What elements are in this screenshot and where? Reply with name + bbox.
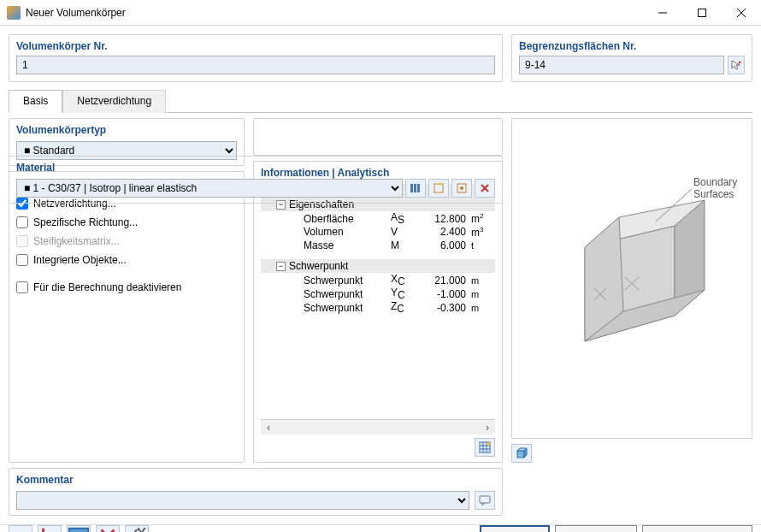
info-symbol: V — [391, 226, 420, 238]
boundary-surfaces-group: Begrenzungsflächen Nr. — [511, 34, 752, 82]
svg-rect-35 — [480, 496, 490, 503]
info-zc-row: SchwerpunktZC-0.300m — [261, 300, 495, 314]
delete-icon — [479, 182, 491, 194]
comment-icon — [479, 494, 491, 506]
info-label: Oberfläche — [304, 213, 391, 225]
info-volume-row: VolumenV2.400m3 — [261, 225, 495, 239]
info-extend-button[interactable] — [475, 438, 495, 457]
reset-icon — [97, 525, 119, 532]
preview-canvas[interactable]: Boundary Surfaces — [511, 118, 752, 439]
table-icon — [479, 441, 491, 453]
material-edit-button[interactable] — [451, 179, 472, 198]
info-xc-row: SchwerpunktXC21.000m — [261, 273, 495, 287]
boundary-surfaces-input[interactable] — [519, 56, 724, 74]
comment-select[interactable] — [16, 491, 469, 510]
cancel-button[interactable]: Abbrechen — [555, 525, 637, 532]
solid-type-title: Volumenkörpertyp — [16, 124, 237, 136]
option-specific-direction-label: Spezifische Richtung... — [33, 216, 138, 228]
tab-basis[interactable]: Basis — [9, 90, 62, 113]
info-value: 2.400 — [420, 226, 471, 238]
info-label: Schwerpunkt — [304, 275, 391, 287]
info-unit: m — [471, 289, 495, 299]
info-value: 21.000 — [420, 275, 471, 287]
svg-rect-29 — [417, 184, 420, 192]
tabs: Basis Netzverdichtung — [9, 89, 752, 113]
app-icon — [7, 6, 21, 20]
maximize-button[interactable] — [682, 0, 722, 26]
cube-icon — [516, 447, 528, 459]
solid-preview-icon: Boundary Surfaces — [512, 119, 752, 435]
minimize-button[interactable] — [643, 0, 682, 26]
close-button[interactable] — [722, 0, 761, 26]
scroll-right-icon[interactable]: › — [480, 422, 495, 434]
tab-mesh-refinement[interactable]: Netzverdichtung — [62, 90, 166, 113]
info-unit: m3 — [471, 226, 495, 239]
reset-button[interactable] — [96, 525, 120, 532]
solid-number-group: Volumenkörper Nr. — [9, 34, 503, 82]
info-symbol: ZC — [391, 300, 420, 315]
material-select[interactable]: ■ 1 - C30/37 | Isotrop | linear elastisc… — [16, 179, 403, 198]
option-specific-direction[interactable]: Spezifische Richtung... — [16, 213, 237, 232]
info-unit: m — [471, 303, 495, 313]
material-panel: Material ■ 1 - C30/37 | Isotrop | linear… — [9, 156, 503, 204]
svg-point-11 — [487, 442, 490, 446]
axes-icon — [38, 525, 61, 532]
material-delete-button[interactable] — [475, 179, 495, 198]
units-button[interactable]: 0,00 — [9, 525, 32, 532]
info-unit: m — [471, 275, 495, 286]
edit-icon — [456, 182, 468, 194]
pick-surfaces-button[interactable] — [728, 56, 745, 74]
bottombar: 0,00 ƒx OK Abbrechen Anwenden & weiter — [0, 524, 761, 532]
collapse-icon[interactable]: − — [276, 262, 286, 271]
window-title: Neuer Volumenkörper — [26, 7, 643, 19]
info-scrollbar[interactable]: ‹› — [261, 419, 495, 434]
cursor-icon — [731, 60, 741, 70]
svg-text:Surfaces: Surfaces — [693, 188, 734, 200]
info-symbol: M — [391, 239, 420, 251]
options-panel: Optionen Netzverdichtung... Spezifische … — [9, 171, 245, 463]
svg-rect-30 — [434, 184, 443, 192]
new-icon — [433, 182, 445, 194]
preview-panel: Boundary Surfaces — [511, 118, 752, 463]
option-disable-calculation[interactable]: Für die Berechnung deaktivieren — [16, 278, 237, 297]
material-new-button[interactable] — [428, 179, 449, 198]
axes-button[interactable] — [38, 525, 62, 532]
svg-rect-27 — [410, 184, 413, 192]
boundary-surfaces-label: Begrenzungsflächen Nr. — [519, 40, 745, 52]
option-stiffness-matrix: Steifigkeitsmatrix... — [16, 232, 237, 251]
info-surface-row: OberflächeAS12.800m2 — [261, 211, 495, 225]
svg-rect-28 — [414, 184, 416, 192]
function-button[interactable]: ƒx — [125, 525, 149, 532]
info-yc-row: SchwerpunktYC-1.000m — [261, 287, 495, 300]
titlebar: Neuer Volumenkörper — [0, 0, 761, 26]
info-value: 12.800 — [420, 213, 471, 225]
information-panel: Informationen | Analytisch −Volumenkörpe… — [253, 161, 503, 463]
info-unit: t — [471, 240, 495, 251]
tree-centroid-group[interactable]: −Schwerpunkt — [261, 259, 495, 273]
solid-number-label: Volumenkörper Nr. — [16, 40, 495, 52]
option-integrated-objects-label: Integrierte Objekte... — [33, 254, 127, 266]
solid-number-input[interactable] — [16, 56, 495, 74]
info-unit: m2 — [471, 212, 495, 225]
option-integrated-objects[interactable]: Integrierte Objekte... — [16, 251, 237, 269]
svg-text:Boundary: Boundary — [693, 176, 737, 188]
scroll-left-icon[interactable]: ‹ — [261, 422, 276, 434]
function-icon: ƒx — [126, 525, 148, 532]
material-title: Material — [16, 162, 495, 174]
comment-title: Kommentar — [16, 474, 495, 486]
option-stiffness-matrix-label: Steifigkeitsmatrix... — [33, 235, 120, 247]
info-value: -1.000 — [420, 288, 471, 300]
apply-next-button[interactable]: Anwenden & weiter — [642, 525, 752, 532]
svg-point-32 — [460, 186, 463, 190]
info-symbol: XC — [391, 273, 420, 287]
option-disable-calculation-label: Für die Berechnung deaktivieren — [33, 281, 181, 293]
preview-show-button[interactable] — [511, 444, 532, 463]
ok-button[interactable]: OK — [480, 525, 549, 532]
comment-apply-button[interactable] — [475, 491, 495, 510]
blank-panel — [253, 118, 503, 156]
comment-panel: Kommentar — [9, 468, 503, 516]
display-button[interactable] — [67, 525, 91, 532]
material-library-button[interactable] — [405, 179, 426, 198]
library-icon — [410, 182, 422, 194]
info-value: -0.300 — [420, 302, 471, 314]
